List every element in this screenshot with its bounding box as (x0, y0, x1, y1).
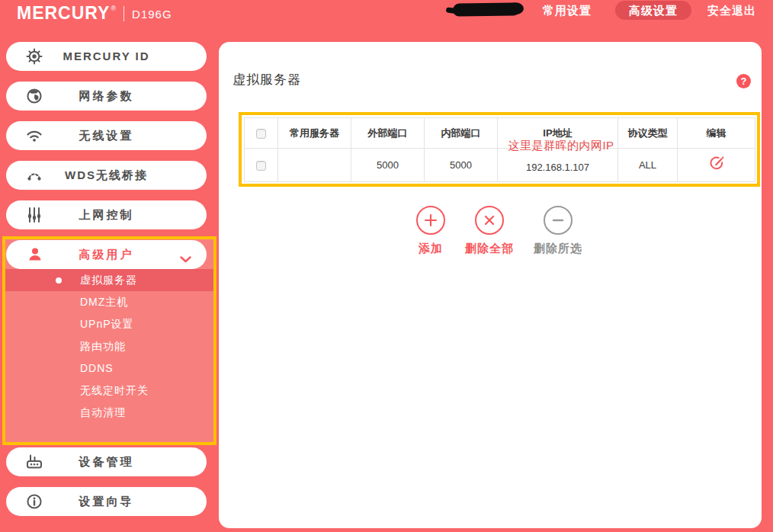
select-all-checkbox[interactable] (256, 129, 266, 139)
sidebar-item-mercury-id[interactable]: MERCURY ID (6, 42, 207, 71)
column-header: 协议类型 (618, 118, 678, 149)
cell-edit (678, 149, 755, 182)
delete-selected-button[interactable]: 删除所选 (534, 206, 582, 256)
sidebar-item-wireless-settings[interactable]: 无线设置 (6, 121, 207, 150)
sidebar-item-label: 上网控制 (6, 200, 207, 229)
brand-name: MERCURY (17, 3, 110, 23)
cell-ip-address: 192.168.1.107 (498, 149, 618, 182)
submenu-item-dmz[interactable]: DMZ主机 (5, 291, 213, 313)
edit-icon[interactable] (708, 155, 725, 172)
sidebar-item-advanced-user[interactable]: 高级用户 (6, 240, 207, 269)
row-checkbox[interactable] (256, 161, 266, 171)
sidebar-item-label: WDS无线桥接 (6, 161, 207, 190)
submenu-item-label: DDNS (80, 362, 114, 374)
submenu-item-upnp[interactable]: UPnP设置 (5, 313, 213, 335)
delete-all-button[interactable]: 删除全部 (465, 206, 514, 256)
cell-internal-port: 5000 (425, 149, 498, 182)
sidebar: MERCURY ID 网络参数 无线设置 (0, 42, 219, 532)
sidebar-item-label: 设备管理 (6, 447, 207, 476)
column-header: 内部端口 (425, 118, 498, 149)
sidebar-item-label: MERCURY ID (6, 42, 207, 71)
sidebar-item-label: 高级用户 (6, 240, 207, 269)
plus-icon (416, 206, 445, 235)
submenu-item-label: 无线定时开关 (80, 384, 149, 396)
sidebar-item-label: 设置向导 (6, 487, 207, 516)
submenu-item-virtual-server[interactable]: 虚拟服务器 (5, 269, 213, 291)
cell-service (278, 149, 351, 182)
submenu-item-label: UPnP设置 (80, 318, 134, 330)
submenu-item-ddns[interactable]: DDNS (5, 357, 213, 380)
column-header: 常用服务器 (278, 118, 351, 149)
ip-annotation-text: 这里是群晖的内网IP (499, 139, 623, 153)
chevron-down-icon (180, 252, 191, 266)
submenu-item-label: 虚拟服务器 (80, 274, 137, 286)
brand-divider (123, 6, 124, 21)
brand-logo: MERCURY ® D196G (17, 3, 172, 23)
sidebar-item-network-params[interactable]: 网络参数 (6, 82, 207, 111)
top-header: MERCURY ® D196G 常用设置 高级设置 安全退出 (0, 0, 773, 42)
table-actions: 添加 删除全部 删除所选 (239, 206, 760, 256)
row-checkbox-cell (245, 149, 278, 182)
cell-external-port: 5000 (351, 149, 425, 182)
model-number: D196G (132, 8, 172, 21)
column-header: 编辑 (678, 118, 755, 149)
submenu-item-auto-clean[interactable]: 自动清理 (5, 402, 213, 424)
submenu-item-label: 自动清理 (80, 406, 126, 418)
help-icon[interactable]: ? (736, 74, 751, 88)
column-header: 外部端口 (351, 118, 425, 149)
add-button[interactable]: 添加 (416, 206, 445, 256)
nav-advanced-settings[interactable]: 高级设置 (615, 1, 691, 20)
selected-bullet-icon (56, 277, 62, 284)
submenu-item-wifi-schedule[interactable]: 无线定时开关 (5, 380, 213, 402)
content-panel: 虚拟服务器 ? 这里是群晖的内网IP 常用服务器 外部端口 内部端口 IP地址 … (219, 42, 762, 528)
censored-account-scribble (453, 2, 520, 17)
registered-mark: ® (111, 5, 116, 12)
nav-common-settings[interactable]: 常用设置 (543, 4, 592, 18)
add-button-label: 添加 (419, 242, 443, 256)
nav-logout[interactable]: 安全退出 (707, 4, 756, 18)
submenu-item-label: DMZ主机 (80, 296, 128, 308)
header-checkbox-cell (245, 118, 278, 149)
sidebar-item-parental-control[interactable]: 上网控制 (6, 200, 207, 229)
submenu-item-label: 路由功能 (80, 340, 126, 352)
cross-icon (475, 206, 504, 235)
page-title: 虚拟服务器 (233, 71, 301, 88)
sidebar-item-wds-bridge[interactable]: WDS无线桥接 (6, 161, 207, 190)
advanced-user-group-highlight: 高级用户 虚拟服务器 DMZ主机 UPnP设置 路由功能 DDNS (2, 236, 217, 445)
virtual-server-table-highlight: 这里是群晖的内网IP 常用服务器 外部端口 内部端口 IP地址 协议类型 编辑 … (239, 112, 760, 187)
cell-protocol: ALL (618, 149, 678, 182)
sidebar-item-setup-wizard[interactable]: 设置向导 (6, 487, 207, 516)
sidebar-item-label: 无线设置 (6, 121, 207, 150)
submenu-item-routing[interactable]: 路由功能 (5, 335, 213, 357)
delete-all-button-label: 删除全部 (465, 242, 514, 256)
sidebar-item-label: 网络参数 (6, 82, 207, 111)
sidebar-item-device-management[interactable]: 设备管理 (6, 447, 207, 476)
advanced-user-submenu: 虚拟服务器 DMZ主机 UPnP设置 路由功能 DDNS 无线定时开关 自动清理 (5, 269, 213, 442)
delete-selected-button-label: 删除所选 (534, 242, 582, 256)
table-row: 5000 5000 192.168.1.107 ALL (245, 149, 755, 182)
minus-icon (544, 206, 573, 235)
